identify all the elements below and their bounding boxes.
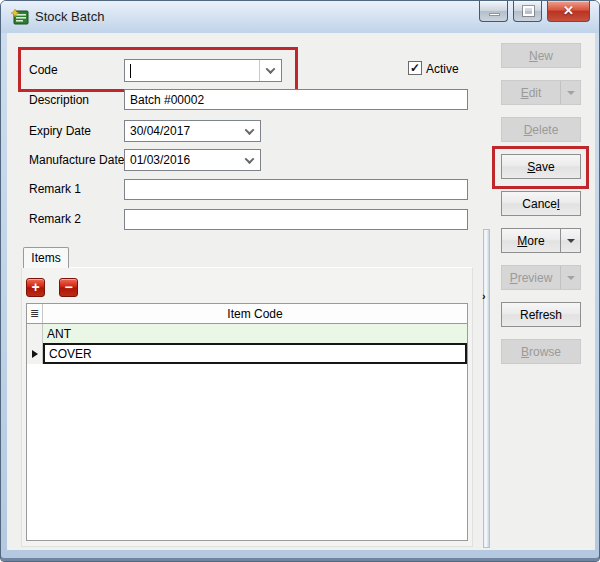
grid-menu-button[interactable]: ≣ xyxy=(27,304,43,323)
delete-button: Delete xyxy=(501,117,581,142)
check-icon: ✓ xyxy=(410,62,420,74)
edit-button: Edit xyxy=(501,80,581,105)
remark2-field[interactable] xyxy=(124,209,468,230)
expiry-date-value: 30/04/2017 xyxy=(125,121,238,141)
description-field[interactable]: Batch #00002 xyxy=(124,89,468,110)
dropdown-arrow-icon xyxy=(567,239,575,243)
description-value: Batch #00002 xyxy=(130,93,204,107)
preview-button: Preview xyxy=(501,265,581,290)
cancel-button[interactable]: Cancel xyxy=(501,191,581,216)
panel-splitter[interactable]: › xyxy=(483,229,490,548)
remark2-label: Remark 2 xyxy=(29,212,81,226)
chevron-down-icon xyxy=(266,64,276,74)
app-icon xyxy=(11,9,29,25)
manufacture-date-label: Manufacture Date xyxy=(29,153,124,167)
chevron-down-icon xyxy=(244,125,254,135)
items-grid: ≣ Item Code ANT COVER xyxy=(26,303,468,541)
new-button: New xyxy=(501,43,581,68)
dropdown-arrow-icon xyxy=(567,276,575,280)
splitter-collapse-icon: › xyxy=(482,290,486,302)
remark1-field[interactable] xyxy=(124,179,468,200)
grid-header-row: ≣ Item Code xyxy=(27,304,467,324)
stock-batch-window: Stock Batch ✕ Code ✓ Active Description … xyxy=(0,0,600,562)
minus-icon: − xyxy=(64,279,72,295)
minimize-button[interactable] xyxy=(479,1,508,22)
tab-items[interactable]: Items xyxy=(23,247,69,268)
code-combobox[interactable] xyxy=(124,59,282,82)
remove-item-button[interactable]: − xyxy=(59,278,78,297)
row-indicator xyxy=(27,324,43,343)
grid-row-cover[interactable]: COVER xyxy=(27,343,467,364)
chevron-down-icon xyxy=(244,154,254,164)
browse-button: Browse xyxy=(501,339,581,364)
code-label: Code xyxy=(29,63,58,77)
close-button[interactable]: ✕ xyxy=(547,1,590,22)
more-button[interactable]: More xyxy=(501,228,581,253)
plus-icon: + xyxy=(31,279,39,295)
dropdown-arrow-icon xyxy=(567,91,575,95)
window-controls: ✕ xyxy=(474,1,590,22)
maximize-icon xyxy=(523,6,534,16)
close-icon: ✕ xyxy=(548,3,589,18)
current-row-icon xyxy=(32,350,38,358)
remark1-label: Remark 1 xyxy=(29,182,81,196)
description-label: Description xyxy=(29,93,89,107)
row-indicator-current xyxy=(27,343,43,364)
expiry-date-picker[interactable]: 30/04/2017 xyxy=(124,120,261,142)
code-dropdown-button[interactable] xyxy=(259,60,281,81)
manufacture-date-value: 01/03/2016 xyxy=(125,150,238,170)
edit-dropdown-button xyxy=(560,81,580,104)
item-code-cell-selected[interactable]: COVER xyxy=(43,343,467,364)
title-bar[interactable]: Stock Batch ✕ xyxy=(1,1,599,33)
more-dropdown-button[interactable] xyxy=(560,229,580,252)
maximize-button[interactable] xyxy=(513,1,542,22)
item-code-column-header[interactable]: Item Code xyxy=(43,304,467,323)
refresh-button[interactable]: Refresh xyxy=(501,302,581,327)
manufacture-date-picker[interactable]: 01/03/2016 xyxy=(124,149,261,171)
expiry-date-label: Expiry Date xyxy=(29,124,91,138)
preview-dropdown-button xyxy=(560,266,580,289)
add-item-button[interactable]: + xyxy=(26,278,45,297)
grid-menu-icon: ≣ xyxy=(30,307,39,320)
grid-row-ant[interactable]: ANT xyxy=(27,324,467,343)
active-label: Active xyxy=(426,62,459,76)
text-caret xyxy=(130,64,131,78)
manufacture-dropdown-button[interactable] xyxy=(238,150,260,170)
item-code-cell[interactable]: ANT xyxy=(43,324,467,343)
active-checkbox[interactable]: ✓ xyxy=(408,61,422,75)
window-title: Stock Batch xyxy=(35,9,104,24)
expiry-dropdown-button[interactable] xyxy=(238,121,260,141)
tab-items-label: Items xyxy=(31,251,60,265)
save-button[interactable]: Save xyxy=(501,154,581,179)
minimize-icon xyxy=(489,13,500,16)
